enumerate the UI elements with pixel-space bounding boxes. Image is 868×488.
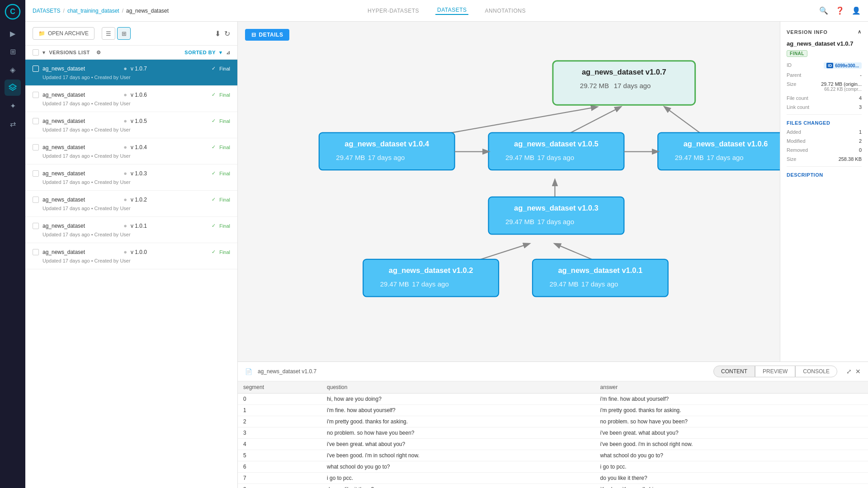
version-item[interactable]: ag_news_dataset ● v 1.0.2 ✓ Final Update… xyxy=(25,191,237,217)
rp-version-name: ag_news_dataset v1.0.7 xyxy=(787,40,862,47)
version-info-title: VERSION INFO ∧ xyxy=(787,29,862,35)
col-answer: answer xyxy=(595,381,868,394)
table-row: 4 i've been great. what about you? i've … xyxy=(238,439,868,450)
svg-text:17 days ago: 17 days ago xyxy=(537,218,574,225)
svg-marker-2 xyxy=(9,84,16,89)
breadcrumb-parent[interactable]: chat_training_dataset xyxy=(67,8,119,14)
list-view-button[interactable]: ☰ xyxy=(102,27,115,40)
pipeline-icon[interactable]: ▶ xyxy=(5,25,21,42)
nav-center: HYPER-DATASETS DATASETS ANNOTATIONS xyxy=(366,7,528,15)
cell-answer: what school do you go to? xyxy=(595,450,868,461)
version-name: ag_news_dataset xyxy=(42,170,120,177)
version-checkbox[interactable] xyxy=(33,118,39,124)
settings-icon[interactable]: ⚙ xyxy=(96,50,101,56)
version-item[interactable]: ag_news_dataset ● v 1.0.4 ✓ Final Update… xyxy=(25,138,237,164)
collapse-icon[interactable]: ∧ xyxy=(858,29,862,35)
version-checkbox[interactable] xyxy=(33,249,39,255)
experiments-icon[interactable]: ◈ xyxy=(5,61,21,78)
version-number: v 1.0.7 xyxy=(131,66,208,72)
svg-text:ag_news_dataset v1.0.5: ag_news_dataset v1.0.5 xyxy=(514,140,599,148)
version-checkbox[interactable] xyxy=(33,144,39,150)
search-icon[interactable]: 🔍 xyxy=(819,6,828,15)
version-item[interactable]: ag_news_dataset ● v 1.0.0 ✓ Final Update… xyxy=(25,243,237,269)
version-name: ag_news_dataset xyxy=(42,118,120,124)
breadcrumb-root[interactable]: DATASETS xyxy=(33,8,61,14)
version-checkbox[interactable] xyxy=(33,170,39,177)
version-checkbox[interactable] xyxy=(33,223,39,229)
nav-annotations[interactable]: ANNOTATIONS xyxy=(483,8,528,14)
topnav: DATASETS / chat_training_dataset / ag_ne… xyxy=(25,0,868,22)
cell-question: i'm fine. how about yourself? xyxy=(321,405,594,416)
tools-icon[interactable]: ✦ xyxy=(5,98,21,114)
table-row: 5 i've been good. i'm in school right no… xyxy=(238,450,868,461)
filter-icon[interactable]: ⊿ xyxy=(226,50,231,56)
files-changed-title: FILES CHANGED xyxy=(787,120,862,126)
details-button[interactable]: ⊟ DETAILS xyxy=(245,29,289,41)
version-dot: ● xyxy=(123,170,127,177)
datasets-icon[interactable]: ⊞ xyxy=(5,43,21,60)
user-icon[interactable]: 👤 xyxy=(852,6,861,15)
version-checkbox[interactable] xyxy=(33,92,39,98)
expand-icon[interactable]: ⤢ xyxy=(846,368,852,375)
versions-list-title: VERSIONS LIST xyxy=(49,50,90,55)
version-item[interactable]: ag_news_dataset ● v 1.0.6 ✓ Final Update… xyxy=(25,86,237,112)
sidebar: C ▶ ⊞ ◈ ✦ ⇄ xyxy=(0,0,25,488)
description-title: DESCRIPTION xyxy=(787,172,862,178)
version-item[interactable]: ag_news_dataset ● v 1.0.1 ✓ Final Update… xyxy=(25,217,237,243)
content-table: segment question answer 0 hi, how are yo… xyxy=(238,381,868,488)
version-meta: Updated 17 days ago • Created by User xyxy=(33,153,230,159)
table-row: 3 no problem. so how have you been? i've… xyxy=(238,427,868,439)
tab-console[interactable]: CONSOLE xyxy=(795,366,837,377)
rp-field-removed: Removed 0 xyxy=(787,147,862,153)
svg-text:C: C xyxy=(10,8,15,15)
right-panel: VERSION INFO ∧ ag_news_dataset v1.0.7 FI… xyxy=(780,22,868,361)
rp-field-id: ID ID 6099e300... xyxy=(787,62,862,69)
svg-text:17 days ago: 17 days ago xyxy=(368,154,405,161)
layers-icon[interactable] xyxy=(5,80,21,96)
check-icon: ✓ xyxy=(212,170,216,176)
arrow-icon: ▾ xyxy=(42,50,46,56)
svg-rect-40 xyxy=(533,259,668,296)
cell-question: i go to pcc. xyxy=(321,473,594,484)
connections-icon[interactable]: ⇄ xyxy=(5,116,21,132)
select-all-checkbox[interactable] xyxy=(33,49,39,56)
nav-right: 🔍 ❓ 👤 xyxy=(819,6,861,15)
version-item[interactable]: ag_news_dataset ● v 1.0.7 ✓ Final Update… xyxy=(25,60,237,86)
version-checkbox[interactable] xyxy=(33,197,39,203)
nav-hyper-datasets[interactable]: HYPER-DATASETS xyxy=(366,8,421,14)
svg-text:ag_news_dataset v1.0.3: ag_news_dataset v1.0.3 xyxy=(514,204,599,212)
svg-rect-15 xyxy=(319,133,455,170)
version-name: ag_news_dataset xyxy=(42,92,120,98)
cell-question: do you like it there? xyxy=(321,484,594,488)
help-icon[interactable]: ❓ xyxy=(835,6,844,15)
close-icon[interactable]: ✕ xyxy=(855,368,861,375)
nav-datasets[interactable]: DATASETS xyxy=(435,7,469,15)
version-checkbox[interactable] xyxy=(33,66,39,72)
version-meta: Updated 17 days ago • Created by User xyxy=(33,179,230,185)
rp-field-file-count: File count 4 xyxy=(787,95,862,101)
table-row: 2 i'm pretty good. thanks for asking. no… xyxy=(238,416,868,427)
chevron-icon: ▾ xyxy=(219,50,222,56)
grid-view-button[interactable]: ⊞ xyxy=(117,27,131,40)
version-item[interactable]: ag_news_dataset ● v 1.0.5 ✓ Final Update… xyxy=(25,112,237,138)
check-icon: ✓ xyxy=(212,223,216,229)
tab-preview[interactable]: PREVIEW xyxy=(755,366,795,377)
data-table: segment question answer 0 hi, how are yo… xyxy=(238,381,868,488)
col-segment: segment xyxy=(238,381,321,394)
download-icon[interactable]: ⬇ xyxy=(215,29,221,38)
svg-text:ag_news_dataset v1.0.2: ag_news_dataset v1.0.2 xyxy=(389,266,473,274)
svg-text:↑: ↑ xyxy=(404,280,407,288)
logo[interactable]: C xyxy=(5,4,21,20)
versions-list-header: ▾ VERSIONS LIST ⚙ SORTED BY ▾ ⊿ xyxy=(25,46,237,60)
content-area: 📁 OPEN ARCHIVE ☰ ⊞ ⬇ ↻ ▾ VERSIONS LIST ⚙… xyxy=(25,22,868,488)
open-archive-label: OPEN ARCHIVE xyxy=(48,30,89,37)
refresh-icon[interactable]: ↻ xyxy=(224,29,230,38)
tab-content[interactable]: CONTENT xyxy=(713,366,755,377)
sorted-by-button[interactable]: SORTED BY xyxy=(184,50,216,55)
version-number: v 1.0.1 xyxy=(131,223,208,229)
version-meta: Updated 17 days ago • Created by User xyxy=(33,127,230,132)
version-item[interactable]: ag_news_dataset ● v 1.0.3 ✓ Final Update… xyxy=(25,164,237,191)
check-icon: ✓ xyxy=(212,144,216,150)
cell-segment: 0 xyxy=(238,394,321,405)
open-archive-button[interactable]: 📁 OPEN ARCHIVE xyxy=(33,27,94,40)
